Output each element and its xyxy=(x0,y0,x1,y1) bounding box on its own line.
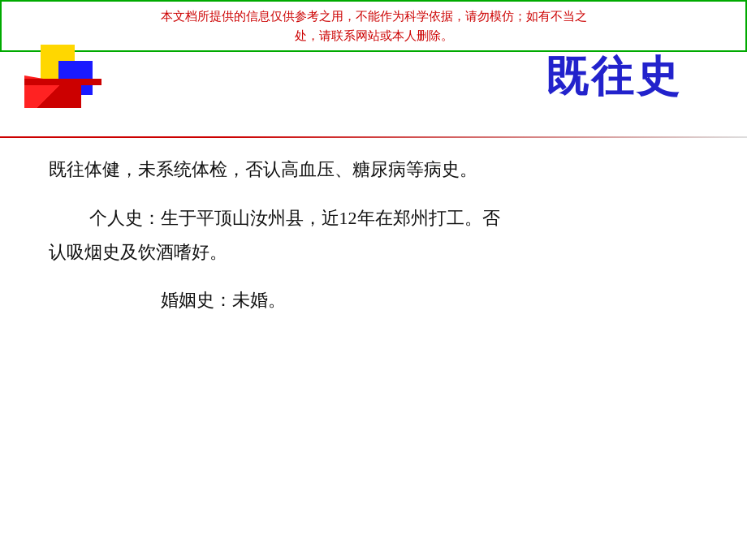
logo-decoration xyxy=(24,45,122,126)
warning-text-line2: 处，请联系网站或本人删除。 xyxy=(18,26,729,45)
title-divider xyxy=(0,136,747,138)
red-bar xyxy=(24,79,101,85)
content-area: 既往体健，未系统体检，否认高血压、糖尿病等病史。 个人史：生于平顶山汝州县，近1… xyxy=(49,153,715,332)
paragraph-2: 个人史：生于平顶山汝州县，近12年在郑州打工。否 认吸烟史及饮酒嗜好。 xyxy=(49,201,715,269)
logo-squares xyxy=(24,45,106,114)
para2-line1: 个人史：生于平顶山汝州县，近12年在郑州打工。否 xyxy=(89,208,500,228)
para2-line2: 认吸烟史及饮酒嗜好。 xyxy=(49,242,227,262)
paragraph-1: 既往体健，未系统体检，否认高血压、糖尿病等病史。 xyxy=(49,153,715,187)
para3-text: 婚姻史：未婚。 xyxy=(161,290,286,310)
page-title: 既往史 xyxy=(546,49,682,106)
warning-text-line1: 本文档所提供的信息仅供参考之用，不能作为科学依据，请勿模仿；如有不当之 xyxy=(18,6,729,26)
paragraph-3: 婚姻史：未婚。 xyxy=(49,283,715,317)
